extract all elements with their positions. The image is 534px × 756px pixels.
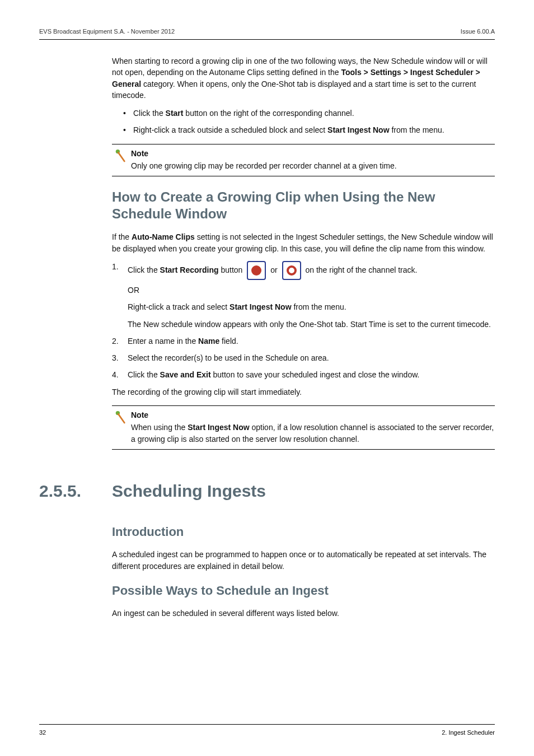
- step-item: Select the recorder(s) to be used in the…: [112, 352, 495, 363]
- bold-text: Start: [166, 109, 184, 118]
- text: When using the: [131, 423, 188, 432]
- text: Click the: [128, 370, 160, 379]
- intro-paragraph: When starting to record a growing clip i…: [112, 55, 495, 101]
- text: button: [219, 265, 245, 274]
- header-left: EVS Broadcast Equipment S.A. - November …: [39, 28, 175, 35]
- bold-text: Save and Exit: [160, 370, 211, 379]
- howto-steps: Click the Start Recording button or on t…: [112, 261, 495, 381]
- step-item: Click the Save and Exit button to save y…: [112, 369, 495, 380]
- text: Right-click a track and select: [128, 302, 229, 311]
- text: field.: [219, 337, 238, 346]
- page-number: 32: [39, 729, 46, 736]
- note-box: Note Only one growing clip may be record…: [112, 144, 495, 177]
- or-label: OR: [128, 284, 495, 296]
- text: Click the: [128, 265, 160, 274]
- bold-text: Start Ingest Now: [188, 423, 249, 432]
- howto-closing: The recording of the growing clip will s…: [112, 386, 495, 398]
- bold-text: Auto-Name Clips: [132, 232, 195, 241]
- section-title: Scheduling Ingests: [112, 479, 266, 503]
- section-heading-row: 2.5.5. Scheduling Ingests: [39, 462, 495, 514]
- howto-heading: How to Create a Growing Clip when Using …: [112, 189, 495, 222]
- page-footer: 32 2. Ingest Scheduler: [39, 724, 495, 736]
- step-subtext: The New schedule window appears with onl…: [128, 319, 495, 330]
- intro-bullets: Click the Start button on the right of t…: [112, 108, 495, 136]
- note-heading: Note: [131, 148, 495, 159]
- bold-text: Start Ingest Now: [327, 125, 389, 134]
- header-right: Issue 6.00.A: [461, 28, 495, 35]
- pin-icon: [114, 148, 127, 162]
- text: button on the right of the corresponding…: [183, 109, 354, 118]
- step-item: Click the Start Recording button or on t…: [112, 261, 495, 330]
- ways-paragraph: An ingest can be scheduled in several di…: [112, 608, 495, 619]
- howto-paragraph: If the Auto-Name Clips setting is not se…: [112, 231, 495, 254]
- text: Enter a name in the: [128, 337, 198, 346]
- text: from the menu.: [292, 302, 346, 311]
- record-hollow-icon: [282, 261, 301, 280]
- text: Right-click a track outside a scheduled …: [133, 125, 327, 134]
- introduction-heading: Introduction: [112, 523, 495, 541]
- bold-text: Name: [198, 337, 219, 346]
- record-filled-icon: [247, 261, 266, 280]
- note-body: Only one growing clip may be recorded pe…: [131, 160, 495, 171]
- bold-text: Start Ingest Now: [229, 302, 291, 311]
- note-box: Note When using the Start Ingest Now opt…: [112, 405, 495, 450]
- footer-section: 2. Ingest Scheduler: [442, 729, 495, 736]
- text: If the: [112, 232, 132, 241]
- ways-heading: Possible Ways to Schedule an Ingest: [112, 582, 495, 600]
- text: or: [268, 265, 279, 274]
- text: button to save your scheduled ingest and…: [211, 370, 420, 379]
- pin-icon: [114, 409, 127, 424]
- page-header: EVS Broadcast Equipment S.A. - November …: [39, 28, 495, 40]
- introduction-paragraph: A scheduled ingest can be programmed to …: [112, 549, 495, 572]
- section-number: 2.5.5.: [39, 479, 112, 503]
- note-heading: Note: [131, 409, 495, 421]
- bullet-item: Right-click a track outside a scheduled …: [123, 124, 495, 136]
- step-subtext: Right-click a track and select Start Ing…: [128, 301, 495, 312]
- note-body: When using the Start Ingest Now option, …: [131, 422, 495, 445]
- step-item: Enter a name in the Name field.: [112, 335, 495, 347]
- page-content: When starting to record a growing clip i…: [112, 55, 495, 619]
- text: Click the: [133, 109, 166, 118]
- bullet-item: Click the Start button on the right of t…: [123, 108, 495, 119]
- text: from the menu.: [390, 125, 444, 134]
- text: on the right of the channel track.: [303, 265, 418, 274]
- bold-text: Start Recording: [160, 265, 219, 274]
- text: category. When it opens, only the One-Sh…: [112, 80, 476, 100]
